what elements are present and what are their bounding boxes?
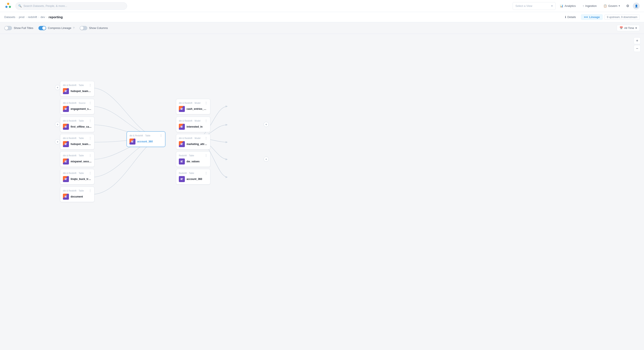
logo[interactable] bbox=[4, 2, 12, 10]
node-first-offline[interactable]: dbt & Redshift · Table ⋮ first_offline_c… bbox=[60, 117, 94, 132]
node-dw-values[interactable]: Redshift · Table ⋮ dw_values bbox=[176, 151, 210, 167]
node-title-r3: marketing_attributi... bbox=[186, 143, 208, 146]
node-header-r4: Redshift · Table ⋮ bbox=[179, 154, 208, 157]
node-meta-3: dbt & Redshift · Table bbox=[63, 120, 84, 122]
show-full-titles-toggle[interactable] bbox=[4, 26, 12, 30]
zoom-in-button[interactable]: + bbox=[634, 37, 640, 44]
node-menu-5[interactable]: ⋮ bbox=[89, 154, 92, 157]
node-center-account360[interactable]: dbt & Redshift · Table ⋮ account_360 bbox=[127, 131, 165, 147]
node-body-r1: cash_entries_ml_tes... bbox=[179, 106, 208, 112]
expand-btn-left-4[interactable]: + bbox=[55, 139, 60, 144]
zoom-out-button[interactable]: − bbox=[634, 45, 640, 52]
node-icon-r5 bbox=[179, 176, 185, 182]
main-header: 🔍 Select a View ▾ 📊 Analytics ↑ Ingestio… bbox=[0, 0, 644, 12]
analytics-button[interactable]: 📊 Analytics bbox=[557, 3, 578, 9]
node-linqto[interactable]: dbt & Redshift · Table ⋮ linqto_buck_tra… bbox=[60, 169, 94, 184]
govern-button[interactable]: 📋 Govern ▾ bbox=[601, 3, 622, 9]
svg-rect-27 bbox=[131, 141, 133, 142]
node-header-4: dbt & Redshift · Table ⋮ bbox=[63, 136, 92, 140]
node-document[interactable]: dbt & Redshift · Table ⋮ document bbox=[60, 187, 94, 202]
node-menu-6[interactable]: ⋮ bbox=[89, 171, 92, 175]
node-body-7: document bbox=[63, 194, 92, 200]
svg-rect-5 bbox=[64, 90, 67, 91]
node-menu-7[interactable]: ⋮ bbox=[89, 189, 92, 192]
node-body-r5: account_360 bbox=[179, 176, 208, 182]
compress-lineage-label: Compress Lineage bbox=[48, 26, 71, 29]
node-title-center[interactable]: account_360 bbox=[137, 140, 153, 143]
node-engagement[interactable]: dbt & Redshift · Source ⋮ engagement_sco… bbox=[60, 99, 94, 114]
upstream-badge: 9 upstream, 9 downstream bbox=[604, 14, 640, 20]
node-interested-in[interactable]: dbt & Redshift · Model ⋮ interested_in bbox=[176, 117, 210, 132]
svg-rect-13 bbox=[64, 127, 67, 128]
help-icon[interactable]: ? bbox=[73, 26, 74, 29]
ingestion-button[interactable]: ↑ Ingestion bbox=[580, 3, 599, 9]
node-icon-1 bbox=[63, 88, 69, 94]
settings-button[interactable]: ⚙ bbox=[624, 2, 631, 9]
compress-lineage-toggle[interactable] bbox=[38, 26, 46, 30]
svg-rect-30 bbox=[180, 109, 182, 109]
svg-rect-36 bbox=[180, 144, 182, 144]
search-bar[interactable]: 🔍 bbox=[16, 2, 127, 10]
svg-rect-42 bbox=[180, 179, 182, 179]
zoom-controls: + − bbox=[634, 37, 640, 52]
breadcrumb-dev[interactable]: dev bbox=[40, 15, 45, 19]
node-mixpanel[interactable]: dbt & Redshift · Table ⋮ mixpanel_sessio… bbox=[60, 151, 94, 167]
node-icon-center bbox=[130, 139, 136, 145]
svg-rect-7 bbox=[64, 92, 67, 92]
node-menu-center[interactable]: ⋮ bbox=[160, 134, 162, 137]
expand-btn-left-3[interactable]: + bbox=[55, 122, 60, 127]
node-menu-4[interactable]: ⋮ bbox=[89, 136, 92, 140]
expand-btn-left-1[interactable]: + bbox=[55, 85, 60, 90]
lineage-button[interactable]: ⟺ Lineage bbox=[581, 14, 603, 20]
show-columns-toggle[interactable] bbox=[80, 26, 87, 30]
node-title-r1: cash_entries_ml_tes... bbox=[186, 107, 208, 110]
expand-btn-right-2[interactable]: + bbox=[264, 122, 269, 127]
node-cash-entries[interactable]: dbt & Redshift · Model ⋮ cash_entries_ml… bbox=[176, 99, 210, 114]
node-menu-2[interactable]: ⋮ bbox=[89, 101, 92, 105]
breadcrumb-redshift[interactable]: redshift bbox=[28, 15, 37, 19]
node-meta-5: dbt & Redshift · Table bbox=[63, 154, 84, 157]
user-avatar[interactable]: 👤 bbox=[633, 2, 640, 9]
svg-rect-18 bbox=[64, 161, 66, 162]
node-hubspot-2[interactable]: dbt & Redshift · Table ⋮ hubspot_team_en… bbox=[60, 134, 94, 149]
breadcrumb-datasets[interactable]: Datasets bbox=[4, 15, 15, 19]
node-header-r1: dbt & Redshift · Model ⋮ bbox=[179, 101, 208, 105]
node-icon-r1 bbox=[179, 106, 185, 112]
node-account360-right[interactable]: Redshift · Table ⋮ account_360 bbox=[176, 169, 210, 184]
show-columns-group: Show Columns bbox=[80, 26, 108, 30]
node-menu-r4[interactable]: ⋮ bbox=[204, 154, 208, 157]
all-time-button[interactable]: 📅 All Time ▾ bbox=[617, 25, 640, 31]
svg-rect-11 bbox=[64, 126, 67, 126]
node-header-r3: dbt & Redshift · Model ⋮ bbox=[179, 136, 208, 140]
node-hubspot-1[interactable]: dbt & Redshift · Table ⋮ hubspot_team_en… bbox=[60, 81, 94, 96]
node-body-r2: interested_in bbox=[179, 124, 208, 130]
node-menu-r2[interactable]: ⋮ bbox=[204, 119, 208, 122]
user-icon: 👤 bbox=[635, 4, 638, 7]
breadcrumb-prod[interactable]: prod bbox=[19, 15, 24, 19]
select-view-dropdown[interactable]: Select a View ▾ bbox=[512, 2, 556, 10]
expand-btn-right-4[interactable]: + bbox=[264, 157, 269, 162]
search-input[interactable] bbox=[24, 4, 124, 7]
node-menu-r5[interactable]: ⋮ bbox=[204, 171, 208, 175]
node-title-7: document bbox=[71, 195, 83, 198]
node-marketing[interactable]: dbt & Redshift · Model ⋮ marketing_attri… bbox=[176, 134, 210, 149]
node-icon-3 bbox=[63, 124, 69, 130]
node-menu-3[interactable]: ⋮ bbox=[89, 119, 92, 122]
node-title-3: first_offline_campa... bbox=[71, 125, 92, 128]
svg-rect-39 bbox=[180, 161, 182, 162]
node-menu-r3[interactable]: ⋮ bbox=[204, 136, 208, 140]
breadcrumb: Datasets › prod › redshift › dev › repor… bbox=[4, 15, 63, 19]
node-menu-1[interactable]: ⋮ bbox=[89, 83, 92, 87]
node-menu-r1[interactable]: ⋮ bbox=[204, 101, 208, 105]
node-title-6: linqto_buck_transac... bbox=[71, 178, 92, 181]
node-header-5: dbt & Redshift · Table ⋮ bbox=[63, 154, 92, 157]
svg-rect-31 bbox=[180, 109, 183, 110]
toggle-knob bbox=[5, 26, 8, 30]
node-meta-r3: dbt & Redshift · Model bbox=[179, 137, 200, 139]
svg-rect-34 bbox=[180, 127, 183, 128]
connections-svg bbox=[0, 34, 644, 350]
search-icon: 🔍 bbox=[18, 4, 22, 7]
node-meta-r2: dbt & Redshift · Model bbox=[179, 120, 200, 122]
details-button[interactable]: ℹ Details bbox=[562, 14, 579, 20]
node-meta-1: dbt & Redshift · Table bbox=[63, 84, 84, 86]
